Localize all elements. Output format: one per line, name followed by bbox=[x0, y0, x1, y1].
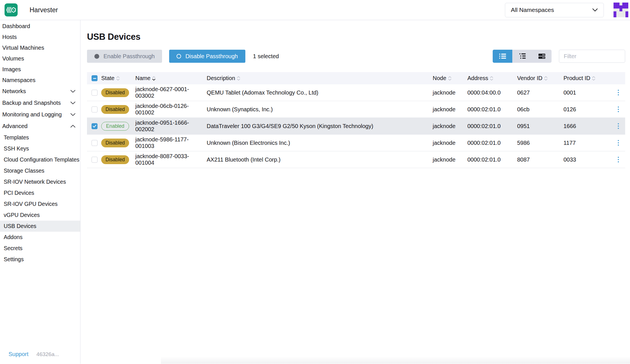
sidebar-item-namespaces[interactable]: Namespaces bbox=[0, 75, 80, 85]
cell-name: jacknode-0627-0001-003002 bbox=[135, 86, 207, 99]
card-view-icon bbox=[538, 53, 545, 59]
cell-address: 0000:02:01.0 bbox=[467, 156, 517, 163]
cell-vendor-id: 0951 bbox=[517, 123, 563, 129]
cell-vendor-id: 8087 bbox=[517, 156, 563, 163]
version-text: 46326a... bbox=[36, 351, 59, 357]
chevron-up-icon bbox=[70, 125, 76, 128]
cell-node: jacknode bbox=[433, 123, 467, 129]
sidebar-item-sr-iov-network-devices[interactable]: SR-IOV Network Devices bbox=[0, 176, 80, 187]
chevron-down-icon bbox=[70, 113, 76, 116]
state-badge: Disabled bbox=[101, 105, 129, 114]
sidebar-item-sr-iov-gpu-devices[interactable]: SR-IOV GPU Devices bbox=[0, 198, 80, 210]
outline-circle-icon bbox=[177, 54, 181, 58]
table-row[interactable]: Disabledjacknode-06cb-0126-001002Unknown… bbox=[87, 101, 625, 118]
table-row[interactable]: Disabledjacknode-8087-0033-001004AX211 B… bbox=[87, 151, 625, 168]
card-view-button[interactable] bbox=[532, 50, 552, 63]
enable-passthrough-button[interactable]: Enable Passthrough bbox=[87, 50, 162, 63]
sidebar-item-networks[interactable]: Networks bbox=[0, 85, 80, 97]
column-header-node[interactable]: Node bbox=[433, 75, 467, 81]
table-row[interactable]: Enabledjacknode-0951-1666-002002DataTrav… bbox=[87, 118, 625, 135]
row-checkbox[interactable] bbox=[92, 106, 98, 112]
support-link[interactable]: Support bbox=[9, 351, 28, 357]
sidebar-item-virtual-machines[interactable]: Virtual Machines bbox=[0, 42, 80, 53]
namespace-selector[interactable]: All Namespaces bbox=[505, 3, 604, 17]
sort-icon bbox=[152, 76, 156, 81]
row-checkbox[interactable] bbox=[92, 140, 98, 146]
list-view-button[interactable] bbox=[493, 50, 512, 63]
column-header-description[interactable]: Description bbox=[207, 75, 433, 81]
sort-icon bbox=[592, 76, 595, 81]
grouped-list-view-button[interactable] bbox=[512, 50, 532, 63]
row-checkbox[interactable] bbox=[92, 123, 98, 129]
sidebar-item-usb-devices[interactable]: USB Devices bbox=[0, 221, 80, 232]
cell-name: jacknode-8087-0033-001004 bbox=[135, 153, 207, 166]
cell-vendor-id: 06cb bbox=[517, 106, 563, 113]
row-checkbox[interactable] bbox=[92, 157, 98, 163]
sort-icon bbox=[490, 76, 493, 81]
cell-description: AX211 Bluetooth (Intel Corp.) bbox=[207, 156, 433, 163]
sidebar-item-templates[interactable]: Templates bbox=[0, 132, 80, 143]
cell-product-id: 1177 bbox=[563, 140, 611, 146]
cell-node: jacknode bbox=[433, 89, 467, 96]
cell-address: 0000:02:01.0 bbox=[467, 123, 517, 129]
table-row[interactable]: Disabledjacknode-0627-0001-003002QEMU Ta… bbox=[87, 84, 625, 101]
sidebar-item-volumes[interactable]: Volumes bbox=[0, 53, 80, 64]
chevron-down-icon bbox=[592, 8, 598, 12]
sidebar-item-settings[interactable]: Settings bbox=[0, 254, 80, 265]
sidebar-item-storage-classes[interactable]: Storage Classes bbox=[0, 165, 80, 176]
cell-product-id: 0033 bbox=[563, 156, 611, 163]
cell-name: jacknode-0951-1666-002002 bbox=[135, 120, 207, 133]
sidebar-item-secrets[interactable]: Secrets bbox=[0, 243, 80, 254]
cell-product-id: 0126 bbox=[563, 106, 611, 113]
column-header-address[interactable]: Address bbox=[467, 75, 517, 81]
select-all-checkbox[interactable] bbox=[92, 75, 98, 81]
grouped-list-icon bbox=[519, 53, 526, 59]
sidebar-item-images[interactable]: Images bbox=[0, 64, 80, 75]
row-checkbox[interactable] bbox=[92, 90, 98, 96]
column-header-vendor-id[interactable]: Vendor ID bbox=[517, 75, 563, 81]
sidebar-item-advanced[interactable]: Advanced bbox=[0, 120, 80, 132]
sidebar-item-cloud-configuration-templates[interactable]: Cloud Configuration Templates bbox=[0, 154, 80, 165]
column-header-name[interactable]: Name bbox=[135, 75, 207, 81]
state-badge: Disabled bbox=[101, 155, 129, 164]
scroll-fade bbox=[161, 356, 630, 364]
sidebar: DashboardHostsVirtual MachinesVolumesIma… bbox=[0, 20, 80, 364]
row-actions-menu-button[interactable] bbox=[618, 123, 621, 129]
list-icon bbox=[499, 53, 506, 59]
sidebar-item-pci-devices[interactable]: PCI Devices bbox=[0, 187, 80, 198]
sidebar-item-vgpu-devices[interactable]: vGPU Devices bbox=[0, 210, 80, 221]
cell-name: jacknode-5986-1177-001003 bbox=[135, 136, 207, 149]
page-title: USB Devices bbox=[87, 32, 625, 42]
filter-input[interactable] bbox=[559, 50, 625, 63]
sort-icon bbox=[544, 76, 548, 81]
disable-passthrough-button[interactable]: Disable Passthrough bbox=[169, 50, 245, 63]
table-header-row: State Name Description Node Address Vend… bbox=[87, 72, 625, 84]
row-actions-menu-button[interactable] bbox=[618, 140, 621, 146]
app-title: Harvester bbox=[30, 6, 58, 14]
sidebar-item-backup-and-snapshots[interactable]: Backup and Snapshots bbox=[0, 97, 80, 109]
chevron-down-icon bbox=[70, 101, 76, 104]
sidebar-item-hosts[interactable]: Hosts bbox=[0, 32, 80, 42]
view-mode-toggle bbox=[493, 50, 552, 63]
cell-vendor-id: 5986 bbox=[517, 140, 563, 146]
sort-icon bbox=[237, 76, 240, 81]
sort-icon bbox=[448, 76, 451, 81]
cell-address: 0000:02:01.0 bbox=[467, 140, 517, 146]
state-badge: Disabled bbox=[101, 139, 129, 147]
cell-name: jacknode-06cb-0126-001002 bbox=[135, 103, 207, 116]
column-header-state[interactable]: State bbox=[101, 75, 135, 81]
cell-node: jacknode bbox=[433, 156, 467, 163]
user-avatar-identicon[interactable] bbox=[614, 3, 628, 17]
row-actions-menu-button[interactable] bbox=[618, 106, 621, 112]
table-row[interactable]: Disabledjacknode-5986-1177-001003Unknown… bbox=[87, 135, 625, 151]
sidebar-item-addons[interactable]: Addons bbox=[0, 232, 80, 243]
sidebar-item-ssh-keys[interactable]: SSH Keys bbox=[0, 143, 80, 154]
sidebar-item-dashboard[interactable]: Dashboard bbox=[0, 21, 80, 32]
column-header-product-id[interactable]: Product ID bbox=[563, 75, 611, 81]
row-actions-menu-button[interactable] bbox=[618, 90, 621, 96]
row-actions-menu-button[interactable] bbox=[618, 157, 621, 163]
chevron-down-icon bbox=[70, 90, 76, 93]
sidebar-item-monitoring-and-logging[interactable]: Monitoring and Logging bbox=[0, 109, 80, 120]
harvester-logo-icon bbox=[5, 3, 18, 16]
cell-description: Unknown (Synaptics, Inc.) bbox=[207, 106, 433, 113]
